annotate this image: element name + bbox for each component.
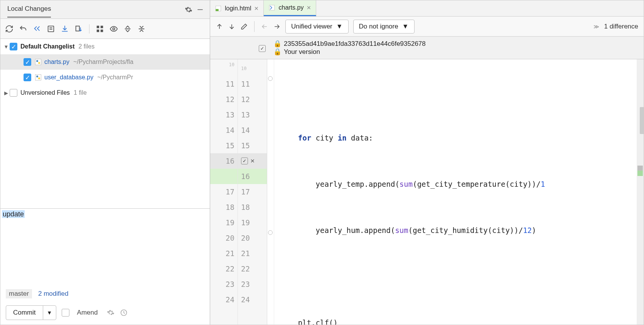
svg-rect-4	[76, 26, 79, 31]
changelist-label: Default Changelist	[20, 43, 74, 50]
ruler-marker-added[interactable]	[637, 171, 643, 176]
file-path: ~/PycharmProjects/fla	[73, 59, 133, 65]
unversioned-label: Unversioned Files	[20, 89, 70, 96]
gear-icon[interactable]	[183, 4, 194, 15]
lock-icon: 🔒	[273, 40, 282, 47]
svg-rect-7	[97, 29, 99, 32]
gutter-left: 10 11 12 13 14 15 16 17 18 19 20 21 22 2…	[210, 59, 238, 325]
svg-point-12	[38, 62, 40, 64]
unversioned-count: 1 file	[74, 89, 87, 96]
svg-point-9	[113, 28, 115, 30]
minimize-icon[interactable]	[194, 4, 206, 15]
preview-icon[interactable]	[110, 25, 118, 33]
collapse-icon[interactable]	[137, 25, 146, 33]
close-icon[interactable]: ✕	[254, 5, 259, 12]
expand-icon[interactable]	[123, 25, 132, 33]
fold-gutter	[267, 59, 274, 325]
file-checkbox[interactable]: ✓	[24, 74, 31, 81]
diff-icon[interactable]	[47, 25, 55, 33]
diff-code-area[interactable]: 10 11 12 13 14 15 16 17 18 19 20 21 22 2…	[210, 59, 644, 325]
chevron-right-icon[interactable]: ▶	[3, 90, 10, 96]
prev-diff-icon[interactable]	[216, 23, 223, 30]
gutter-right: 10 11 12 13 14 15 ✕ 16 17 18 19 20 21 22…	[238, 59, 267, 325]
file-row-charts[interactable]: ✓ charts.py ~/PycharmProjects/fla	[0, 54, 210, 70]
ignore-mode-select[interactable]: Do not ignore ▼	[353, 20, 415, 34]
file-row-userdb[interactable]: ✓ user_database.py ~/PycharmPr	[0, 70, 210, 85]
svg-rect-8	[101, 29, 103, 32]
viewer-mode-select[interactable]: Unified viewer ▼	[285, 20, 349, 34]
modified-count[interactable]: 2 modified	[38, 290, 68, 298]
chevron-down-icon: ▼	[336, 23, 343, 30]
lock-icon: 🔒	[273, 48, 282, 55]
changelist-row[interactable]: ▼ ✓ Default Changelist 2 files	[0, 39, 210, 54]
changelist-count: 2 files	[78, 43, 94, 50]
svg-rect-6	[101, 25, 103, 28]
group-icon[interactable]	[96, 25, 104, 33]
branch-status: master 2 modified	[0, 285, 210, 302]
python-file-icon	[34, 58, 42, 66]
file-name: charts.py	[44, 59, 69, 65]
file-path: ~/PycharmPr	[97, 74, 133, 81]
diff-revision-header: 🔒235355ad41b9ae1fda33763d11e44c6fe935267…	[210, 37, 644, 59]
rollback-icon[interactable]	[33, 25, 41, 33]
commit-button[interactable]: Commit ▼	[6, 305, 56, 320]
changes-tree: ▼ ✓ Default Changelist 2 files ✓ charts.…	[0, 39, 210, 208]
tab-charts[interactable]: charts.py ✕	[264, 0, 316, 16]
refresh-icon[interactable]	[5, 25, 13, 33]
svg-point-14	[36, 75, 38, 77]
svg-rect-5	[97, 25, 99, 28]
unversioned-row[interactable]: ▶ Unversioned Files 1 file	[0, 85, 210, 101]
history-icon[interactable]	[120, 309, 128, 317]
amend-checkbox[interactable]	[62, 309, 69, 317]
local-changes-toolbar	[0, 19, 210, 39]
next-diff-icon[interactable]	[228, 23, 236, 30]
ruler-marker-removed[interactable]	[637, 166, 643, 171]
commit-dropdown-icon[interactable]: ▼	[43, 306, 56, 320]
commit-message-text: update	[2, 210, 25, 218]
edit-icon[interactable]	[240, 23, 248, 30]
fold-marker-icon[interactable]	[268, 76, 273, 81]
chevron-down-icon[interactable]: ▼	[3, 44, 10, 50]
revision-hash: 235355ad41b9ae1fda33763d11e44c6fe9352678	[284, 40, 426, 47]
svg-rect-18	[216, 9, 219, 11]
branch-name: master	[6, 289, 32, 298]
discard-hunk-icon[interactable]: ✕	[250, 153, 255, 169]
close-icon[interactable]: ✕	[307, 5, 311, 11]
editor-tabs: login.html ✕ charts.py ✕	[210, 0, 644, 17]
file-name: user_database.py	[44, 74, 93, 81]
local-changes-title: Local Changes	[7, 5, 51, 18]
revert-icon[interactable]	[19, 25, 27, 33]
amend-label: Amend	[77, 309, 98, 317]
include-hunk-checkbox[interactable]	[241, 157, 248, 164]
back-icon[interactable]	[261, 23, 268, 30]
svg-point-11	[36, 60, 38, 62]
tab-login[interactable]: login.html ✕	[210, 0, 264, 16]
more-icon[interactable]: ≫	[593, 23, 599, 30]
include-all-checkbox[interactable]	[259, 45, 266, 52]
python-file-icon	[268, 4, 275, 11]
your-version-label: Your version	[284, 48, 320, 55]
shelve-icon[interactable]	[61, 25, 69, 33]
gear-icon[interactable]	[107, 309, 115, 317]
file-checkbox[interactable]: ✓	[24, 58, 31, 66]
local-changes-panel: Local Changes ▼ ✓ Default Changelist 2 f…	[0, 0, 210, 325]
overview-ruler[interactable]	[637, 59, 644, 325]
html-file-icon	[215, 5, 222, 12]
commit-footer: Commit ▼ Amend	[0, 302, 210, 325]
local-changes-header: Local Changes	[0, 0, 210, 19]
diff-toolbar: Unified viewer ▼ Do not ignore ▼ ≫ 1 dif…	[210, 17, 644, 37]
fold-marker-icon[interactable]	[268, 230, 273, 235]
forward-icon[interactable]	[273, 23, 281, 30]
svg-rect-10	[35, 59, 41, 65]
python-file-icon	[34, 74, 42, 81]
svg-point-15	[38, 77, 40, 79]
code-content: for city in data: yearly_temp.append(sum…	[274, 59, 644, 325]
commit-message-input[interactable]: update	[0, 208, 210, 285]
changelist-icon[interactable]	[74, 25, 83, 33]
chevron-down-icon: ▼	[402, 23, 409, 30]
unversioned-checkbox[interactable]	[10, 89, 17, 97]
svg-rect-13	[35, 75, 41, 80]
difference-count: 1 difference	[604, 23, 638, 30]
editor-panel: login.html ✕ charts.py ✕ Unified viewer …	[210, 0, 644, 325]
changelist-checkbox[interactable]: ✓	[10, 43, 17, 50]
